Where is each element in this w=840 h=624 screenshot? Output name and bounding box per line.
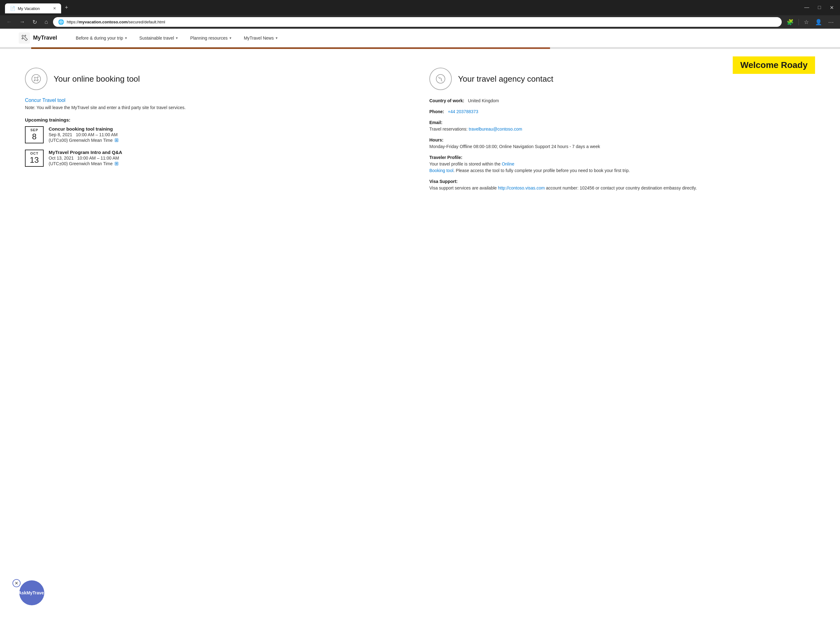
visa-text-before: Visa support services are available bbox=[429, 185, 498, 190]
contact-visa: Visa Support: Visa support services are … bbox=[429, 178, 815, 192]
nav-planning-label: Planning resources bbox=[190, 36, 227, 40]
nav-news-label: MyTravel News bbox=[244, 36, 274, 40]
event-timezone-1: (UTC±00) Greenwich Mean Time ⊞ bbox=[49, 137, 411, 143]
forward-button[interactable]: → bbox=[17, 17, 28, 26]
contact-phone: Phone: +44 203788373 bbox=[429, 108, 815, 115]
browser-titlebar: 📄 My Vacation ✕ + — □ ✕ bbox=[0, 0, 840, 15]
calendar-add-icon-1[interactable]: ⊞ bbox=[114, 137, 119, 143]
toolbar-divider bbox=[798, 19, 799, 25]
main-content: Welcome Roady Your online booking tool C… bbox=[0, 49, 840, 208]
date-box-1: SEP 8 bbox=[25, 126, 44, 144]
booking-header: Your online booking tool bbox=[25, 68, 411, 90]
email-label: Email: bbox=[429, 120, 442, 125]
profile-text-before: Your travel profile is stored within the bbox=[429, 161, 502, 167]
favorites-icon[interactable]: ☆ bbox=[801, 17, 811, 27]
country-value: United Kingdom bbox=[468, 98, 499, 103]
contact-hours: Hours: Monday-Friday Offline 08:00-18:00… bbox=[429, 137, 815, 150]
contact-section: Country of work: United Kingdom Phone: +… bbox=[429, 97, 815, 192]
security-icon: 🌐 bbox=[58, 19, 64, 25]
event-datetime-1: Sep 8, 2021 10:00 AM – 11:00 AM bbox=[49, 132, 411, 137]
home-button[interactable]: ⌂ bbox=[42, 17, 51, 26]
tab-title: My Vacation bbox=[18, 6, 40, 11]
window-controls: — □ ✕ bbox=[800, 3, 837, 12]
col-booking: Your online booking tool Concur Travel t… bbox=[25, 68, 411, 196]
welcome-banner: Welcome Roady bbox=[733, 56, 815, 74]
booking-note: Note: You will leave the MyTravel site a… bbox=[25, 104, 411, 111]
browser-toolbar: ← → ↻ ⌂ 🌐 https://myvacation.contoso.com… bbox=[0, 15, 840, 29]
date-month-1: SEP bbox=[26, 128, 43, 132]
agency-icon bbox=[429, 68, 452, 90]
nav-sustainable[interactable]: Sustainable travel ▾ bbox=[133, 29, 184, 47]
date-day-1: 8 bbox=[26, 132, 43, 142]
event-timezone-2: (UTC±00) Greenwich Mean Time ⊞ bbox=[49, 161, 411, 167]
nav-news[interactable]: MyTravel News ▾ bbox=[238, 29, 284, 47]
visa-text-after: account number: 102456 or contact your c… bbox=[545, 185, 697, 190]
visa-label: Visa Support: bbox=[429, 179, 458, 184]
logo-icon bbox=[19, 32, 30, 44]
page-wrapper: MyTravel Before & during your trip ▾ Sus… bbox=[0, 29, 840, 208]
hours-label: Hours: bbox=[429, 137, 443, 142]
address-bar[interactable]: 🌐 https://myvacation.contoso.com/secured… bbox=[53, 17, 782, 27]
concur-link[interactable]: Concur Travel tool bbox=[25, 97, 65, 103]
tab-bar: 📄 My Vacation ✕ + bbox=[3, 2, 74, 13]
profile-icon[interactable]: 👤 bbox=[812, 17, 825, 27]
email-link[interactable]: travelbureau@contoso.com bbox=[469, 127, 522, 131]
address-domain: myvacation.contoso.com bbox=[79, 20, 127, 24]
event-title-1: Concur booking tool training bbox=[49, 126, 411, 131]
contact-email: Email: Travel reservations: travelbureau… bbox=[429, 119, 815, 133]
nav-planning[interactable]: Planning resources ▾ bbox=[184, 29, 238, 47]
new-tab-button[interactable]: + bbox=[61, 2, 72, 13]
tab-close-button[interactable]: ✕ bbox=[53, 6, 56, 11]
trainings-label: Upcoming trainings: bbox=[25, 117, 411, 122]
col-agency: Your travel agency contact Country of wo… bbox=[429, 68, 815, 196]
nav-planning-chevron: ▾ bbox=[229, 36, 231, 40]
event-details-2: MyTravel Program Intro and Q&A Oct 13, 2… bbox=[49, 150, 411, 167]
site-header: MyTravel Before & during your trip ▾ Sus… bbox=[0, 29, 840, 47]
visa-link[interactable]: http://contoso.visas.com bbox=[498, 185, 545, 190]
training-event-1: SEP 8 Concur booking tool training Sep 8… bbox=[25, 126, 411, 144]
extensions-icon[interactable]: 🧩 bbox=[784, 17, 796, 27]
maximize-button[interactable]: □ bbox=[814, 3, 825, 12]
nav-before-during-label: Before & during your trip bbox=[76, 36, 123, 40]
site-logo: MyTravel bbox=[19, 32, 57, 44]
svg-point-1 bbox=[436, 74, 445, 83]
back-button[interactable]: ← bbox=[4, 17, 14, 26]
nav-news-chevron: ▾ bbox=[275, 36, 277, 40]
nav-before-during-chevron: ▾ bbox=[125, 36, 127, 40]
phone-link[interactable]: +44 203788373 bbox=[448, 109, 478, 114]
date-day-2: 13 bbox=[26, 155, 43, 165]
browser-chrome: 📄 My Vacation ✕ + — □ ✕ ← → ↻ ⌂ 🌐 https:… bbox=[0, 0, 840, 29]
date-box-2: OCT 13 bbox=[25, 150, 44, 167]
welcome-text: Welcome Roady bbox=[740, 60, 808, 70]
tab-favicon: 📄 bbox=[10, 6, 15, 11]
booking-icon bbox=[25, 68, 47, 90]
profile-text-after: . Please access the tool to fully comple… bbox=[453, 168, 630, 173]
date-month-2: OCT bbox=[26, 151, 43, 155]
address-path: /secured/default.html bbox=[127, 20, 165, 24]
two-col-layout: Your online booking tool Concur Travel t… bbox=[25, 68, 815, 196]
nav-sustainable-label: Sustainable travel bbox=[139, 36, 174, 40]
nav-before-during[interactable]: Before & during your trip ▾ bbox=[70, 29, 133, 47]
booking-link-wrapper: Concur Travel tool bbox=[25, 97, 411, 103]
profile-label: Traveler Profile: bbox=[429, 155, 463, 160]
more-icon[interactable]: ⋯ bbox=[826, 17, 836, 27]
contact-profile: Traveler Profile: Your travel profile is… bbox=[429, 154, 815, 174]
contact-country: Country of work: United Kingdom bbox=[429, 97, 815, 104]
hours-value: Monday-Friday Offline 08:00-18:00; Onlin… bbox=[429, 144, 600, 149]
event-title-2: MyTravel Program Intro and Q&A bbox=[49, 150, 411, 155]
svg-point-0 bbox=[32, 74, 40, 83]
event-details-1: Concur booking tool training Sep 8, 2021… bbox=[49, 126, 411, 143]
site-nav: Before & during your trip ▾ Sustainable … bbox=[70, 29, 284, 47]
close-button[interactable]: ✕ bbox=[826, 3, 837, 12]
toolbar-icons: 🧩 ☆ 👤 ⋯ bbox=[784, 17, 836, 27]
reload-button[interactable]: ↻ bbox=[30, 17, 40, 27]
country-label: Country of work: bbox=[429, 98, 464, 103]
nav-sustainable-chevron: ▾ bbox=[176, 36, 178, 40]
phone-label: Phone: bbox=[429, 109, 444, 114]
email-sublabel: Travel reservations: bbox=[429, 127, 469, 131]
active-tab[interactable]: 📄 My Vacation ✕ bbox=[5, 3, 61, 13]
agency-title: Your travel agency contact bbox=[458, 74, 553, 84]
training-event-2: OCT 13 MyTravel Program Intro and Q&A Oc… bbox=[25, 150, 411, 167]
calendar-add-icon-2[interactable]: ⊞ bbox=[114, 161, 119, 167]
minimize-button[interactable]: — bbox=[800, 3, 813, 12]
